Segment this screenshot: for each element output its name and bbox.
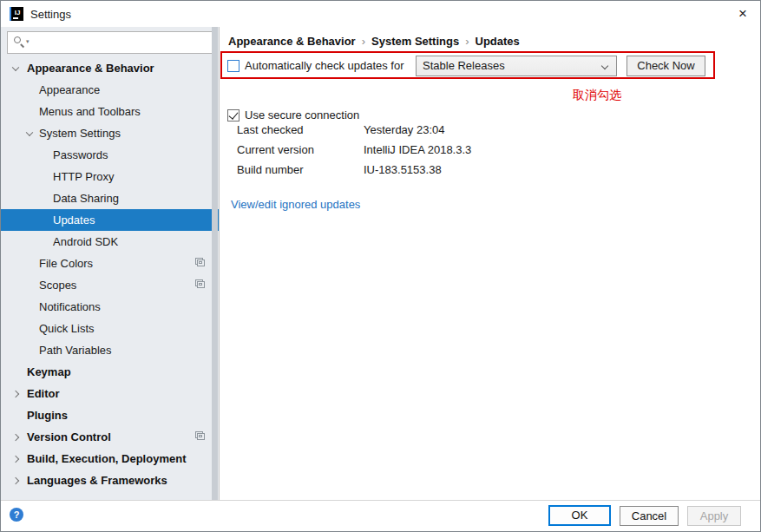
sidebar-item-label: Scopes [1,274,76,296]
detail-label: Current version [237,141,364,159]
breadcrumb-item: Appearance & Behavior [228,35,356,48]
intellij-logo-icon: IJ [10,7,23,21]
sidebar-item-label: HTTP Proxy [1,166,115,187]
sidebar-item-label: Data Sharing [1,187,119,209]
sidebar-item-version-control[interactable]: Version Control [1,426,219,448]
sidebar-item-scopes[interactable]: Scopes [1,274,219,296]
sidebar-item-label: Updates [1,209,95,231]
sidebar-item-editor[interactable]: Editor [1,383,219,404]
sidebar-item-label: Plugins [1,404,68,426]
project-badge-icon [197,281,205,288]
red-annotation-text: 取消勾选 [573,88,621,103]
release-channel-value: Stable Releases [423,59,505,72]
cancel-button[interactable]: Cancel [620,506,679,526]
auto-check-row: Automatically check updates for Stable R… [220,56,761,76]
detail-value: Yesterday 23:04 [364,122,471,139]
ok-button[interactable]: OK [548,505,611,526]
sidebar-item-plugins[interactable]: Plugins [1,404,219,426]
sidebar-item-keymap[interactable]: Keymap [1,361,219,383]
secure-connection-checkbox[interactable] [227,109,239,122]
close-icon[interactable]: × [731,3,755,25]
dialog-footer: ? OK Cancel Apply [1,500,760,532]
sidebar-item-label: Appearance [1,79,100,101]
sidebar-item-label: System Settings [1,122,121,144]
sidebar-item-languages-frameworks[interactable]: Languages & Frameworks [1,470,219,491]
sidebar-item-notifications[interactable]: Notifications [1,296,219,318]
detail-label: Last checked [237,122,364,139]
window-title: Settings [30,8,71,21]
sidebar-item-quick-lists[interactable]: Quick Lists [1,318,219,339]
settings-tree: Appearance & BehaviorAppearanceMenus and… [1,57,219,491]
sidebar-item-label: Menus and Toolbars [1,101,141,122]
sidebar-item-updates[interactable]: Updates [1,209,219,231]
apply-button: Apply [687,506,741,526]
sidebar-item-appearance-behavior[interactable]: Appearance & Behavior [1,57,219,79]
sidebar-item-build-execution-deployment[interactable]: Build, Execution, Deployment [1,448,219,470]
breadcrumb-item: System Settings [371,35,459,48]
updates-settings-panel: Appearance & Behavior›System Settings›Up… [220,27,761,500]
project-badge-icon [197,259,205,266]
check-now-button[interactable]: Check Now [627,56,705,76]
sidebar-item-label: Keymap [1,361,71,383]
sidebar-item-file-colors[interactable]: File Colors [1,253,219,274]
detail-value: IntelliJ IDEA 2018.3.3 [364,141,471,159]
sidebar-item-label: Passwords [1,144,108,166]
settings-dialog: IJ Settings × ▾ Appearance & BehaviorApp… [0,0,761,532]
sidebar-item-label: Quick Lists [1,318,95,339]
detail-value: IU-183.5153.38 [364,161,471,179]
sidebar-item-label: Build, Execution, Deployment [1,448,186,470]
sidebar-scrollbar[interactable] [212,27,218,500]
breadcrumb-item: Updates [476,35,520,48]
settings-sidebar: ▾ Appearance & BehaviorAppearanceMenus a… [1,27,220,500]
breadcrumb: Appearance & Behavior›System Settings›Up… [228,35,520,48]
breadcrumb-separator: › [465,35,469,48]
sidebar-item-http-proxy[interactable]: HTTP Proxy [1,166,219,187]
project-badge-icon [197,433,205,440]
help-icon[interactable]: ? [10,508,23,522]
detail-label: Build number [237,161,364,179]
auto-check-label: Automatically check updates for [245,56,404,76]
sidebar-item-label: Path Variables [1,339,112,361]
sidebar-item-label: Languages & Frameworks [1,470,167,491]
sidebar-item-path-variables[interactable]: Path Variables [1,339,219,361]
sidebar-item-label: File Colors [1,253,93,274]
sidebar-item-passwords[interactable]: Passwords [1,144,219,166]
search-options-arrow-icon: ▾ [26,38,30,45]
search-icon[interactable]: ▾ [14,36,35,49]
sidebar-item-data-sharing[interactable]: Data Sharing [1,187,219,209]
sidebar-item-system-settings[interactable]: System Settings [1,122,219,144]
chevron-down-icon [601,62,608,69]
sidebar-item-label: Editor [1,383,60,404]
search-input[interactable]: ▾ [7,31,213,54]
title-bar: IJ Settings × [1,1,760,27]
sidebar-item-label: Appearance & Behavior [1,57,154,79]
sidebar-item-android-sdk[interactable]: Android SDK [1,231,219,253]
auto-check-checkbox[interactable] [227,60,239,72]
sidebar-item-menus-and-toolbars[interactable]: Menus and Toolbars [1,101,219,122]
release-channel-select[interactable]: Stable Releases [416,56,617,76]
update-details: Last checkedYesterday 23:04Current versi… [237,122,471,179]
sidebar-item-label: Notifications [1,296,101,318]
sidebar-item-label: Android SDK [1,231,118,253]
sidebar-item-appearance[interactable]: Appearance [1,79,219,101]
breadcrumb-separator: › [362,35,365,48]
ignored-updates-link[interactable]: View/edit ignored updates [231,198,360,211]
